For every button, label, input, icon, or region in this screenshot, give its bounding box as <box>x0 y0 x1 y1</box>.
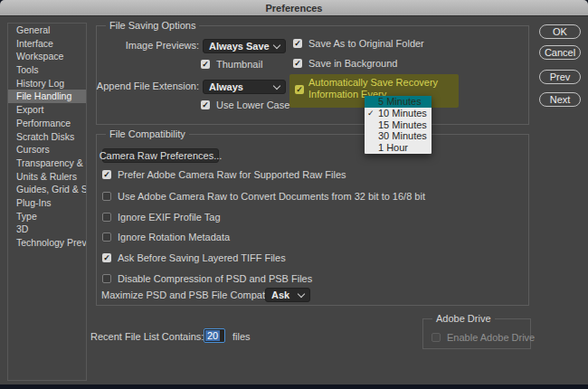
image-previews-label: Image Previews: <box>90 40 199 52</box>
camera-raw-preferences-button[interactable]: Camera Raw Preferences... <box>102 148 219 163</box>
save-in-background-checkbox[interactable]: ✓ Save in Background <box>293 58 397 69</box>
checkbox-checked-icon: ✓ <box>293 59 302 68</box>
enable-adobe-drive-checkbox: Enable Adobe Drive <box>432 332 535 343</box>
menu-item-5-minutes[interactable]: 5 Minutes <box>365 96 432 108</box>
save-as-original-folder-checkbox[interactable]: ✓ Save As to Original Folder <box>293 38 424 49</box>
sidebar-item-scratch-disks[interactable]: Scratch Disks <box>8 130 86 144</box>
sidebar-item-export[interactable]: Export <box>8 103 86 117</box>
sidebar-item-cursors[interactable]: Cursors <box>8 143 86 157</box>
use-lower-case-label: Use Lower Case <box>216 100 289 110</box>
checkbox-checked-icon: ✓ <box>201 60 210 69</box>
adobe-drive-legend: Adobe Drive <box>432 313 495 325</box>
checkbox-checked-icon: ✓ <box>102 170 111 179</box>
maximize-compatibility-select[interactable]: Ask <box>265 288 310 302</box>
prefer-camera-raw-checkbox[interactable]: ✓ Prefer Adobe Camera Raw for Supported … <box>102 169 346 180</box>
sidebar-item-technology-previews[interactable]: Technology Previews <box>8 236 86 250</box>
titlebar[interactable]: Preferences <box>0 0 588 16</box>
checkbox-checked-icon: ✓ <box>201 100 210 109</box>
ignore-rotation-label: Ignore Rotation Metadata <box>118 232 230 242</box>
recovery-interval-menu: 5 Minutes ✓10 Minutes 15 Minutes 30 Minu… <box>365 96 432 154</box>
ask-before-saving-tiff-label: Ask Before Saving Layered TIFF Files <box>118 252 286 263</box>
thumbnail-label: Thumbnail <box>216 59 262 70</box>
sidebar-item-plug-ins[interactable]: Plug-Ins <box>8 196 86 210</box>
sidebar-item-workspace[interactable]: Workspace <box>8 50 86 63</box>
use-lower-case-checkbox[interactable]: ✓ Use Lower Case <box>201 100 289 110</box>
maximize-compatibility-label: Maximize PSD and PSB File Compatibility: <box>101 289 289 301</box>
cancel-button[interactable]: Cancel <box>539 45 581 60</box>
disable-compression-checkbox[interactable]: Disable Compression of PSD and PSB Files <box>102 273 312 284</box>
camera-raw-convert-checkbox[interactable]: Use Adobe Camera Raw to Convert Document… <box>102 191 425 202</box>
ignore-exif-checkbox[interactable]: Ignore EXIF Profile Tag <box>102 212 221 223</box>
dialog-body: General Interface Workspace Tools Histor… <box>0 16 588 384</box>
chevron-down-icon <box>273 81 280 89</box>
ok-button[interactable]: OK <box>539 24 581 39</box>
camera-raw-convert-label: Use Adobe Camera Raw to Convert Document… <box>118 191 425 202</box>
maximize-compatibility-value: Ask <box>271 289 299 300</box>
append-file-extension-value: Always <box>209 81 274 92</box>
sidebar-item-units-rulers[interactable]: Units & Rulers <box>8 170 86 184</box>
sidebar-item-type[interactable]: Type <box>8 210 86 223</box>
file-compatibility-legend: File Compatibility <box>106 128 189 140</box>
checkbox-unchecked-icon <box>102 213 111 222</box>
enable-adobe-drive-label: Enable Adobe Drive <box>447 332 535 343</box>
menu-item-10-minutes[interactable]: ✓10 Minutes <box>365 108 432 119</box>
prefer-camera-raw-label: Prefer Adobe Camera Raw for Supported Ra… <box>118 169 346 180</box>
save-in-background-label: Save in Background <box>308 58 397 69</box>
menu-item-30-minutes[interactable]: 30 Minutes <box>365 130 432 142</box>
sidebar: General Interface Workspace Tools Histor… <box>7 23 87 381</box>
save-as-original-folder-label: Save As to Original Folder <box>308 38 424 49</box>
sidebar-item-performance[interactable]: Performance <box>8 117 86 130</box>
checkbox-disabled-icon <box>432 333 441 342</box>
disable-compression-label: Disable Compression of PSD and PSB Files <box>118 273 312 284</box>
sidebar-item-guides-grid-slices[interactable]: Guides, Grid & Slices <box>8 183 86 196</box>
auto-save-recovery-checkbox[interactable]: ✓ <box>295 85 304 94</box>
ask-before-saving-tiff-checkbox[interactable]: ✓ Ask Before Saving Layered TIFF Files <box>102 252 286 263</box>
checkbox-checked-icon: ✓ <box>293 39 302 48</box>
image-previews-select[interactable]: Always Save <box>203 39 286 53</box>
next-button[interactable]: Next <box>539 92 581 107</box>
sidebar-item-general[interactable]: General <box>8 24 86 37</box>
auto-save-recovery-line1: Automatically Save Recovery <box>308 77 438 89</box>
chevron-down-icon <box>273 41 280 48</box>
checkbox-unchecked-icon <box>102 232 111 242</box>
recent-files-input[interactable]: 20 <box>204 328 225 343</box>
preferences-dialog: Preferences General Interface Workspace … <box>0 0 588 389</box>
chevron-down-icon <box>298 289 305 297</box>
recent-file-list-label: Recent File List Contains: <box>90 331 199 343</box>
ignore-rotation-checkbox[interactable]: Ignore Rotation Metadata <box>102 232 230 242</box>
check-icon: ✓ <box>367 108 375 119</box>
sidebar-item-interface[interactable]: Interface <box>8 37 86 51</box>
checkbox-checked-icon: ✓ <box>295 85 304 94</box>
sidebar-item-3d[interactable]: 3D <box>8 223 86 236</box>
append-file-extension-label: Append File Extension: <box>90 81 199 92</box>
recent-files-value: 20 <box>205 330 220 341</box>
sidebar-item-history-log[interactable]: History Log <box>8 77 86 90</box>
sidebar-item-tools[interactable]: Tools <box>8 63 86 77</box>
checkbox-unchecked-icon <box>102 192 111 201</box>
image-previews-value: Always Save <box>209 41 274 52</box>
sidebar-item-file-handling[interactable]: File Handling <box>8 90 86 103</box>
append-file-extension-select[interactable]: Always <box>203 80 286 94</box>
file-saving-options-legend: File Saving Options <box>106 20 199 32</box>
checkbox-unchecked-icon <box>102 274 111 283</box>
files-suffix-label: files <box>232 331 251 343</box>
thumbnail-checkbox[interactable]: ✓ Thumbnail <box>201 59 262 70</box>
ignore-exif-label: Ignore EXIF Profile Tag <box>118 212 221 223</box>
menu-item-1-hour[interactable]: 1 Hour <box>365 142 432 154</box>
prev-button[interactable]: Prev <box>539 70 581 84</box>
window-title: Preferences <box>266 3 323 14</box>
checkbox-checked-icon: ✓ <box>102 253 111 262</box>
menu-item-15-minutes[interactable]: 15 Minutes <box>365 119 432 131</box>
sidebar-item-transparency-gamut[interactable]: Transparency & Gamut <box>8 157 86 170</box>
